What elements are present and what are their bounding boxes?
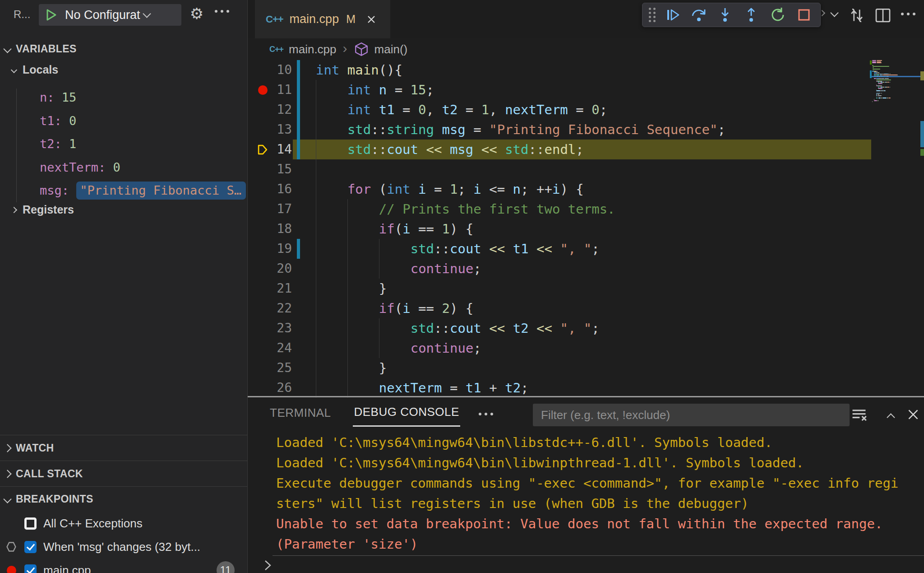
breadcrumb-symbol[interactable]: main() bbox=[374, 42, 408, 56]
code-token: = bbox=[387, 82, 410, 98]
maximize-panel-chevron-up-icon[interactable] bbox=[880, 407, 901, 428]
code-line[interactable]: 12int t1 = 0, t2 = 1, nextTerm = 0; bbox=[248, 100, 924, 120]
variable-row[interactable]: nextTerm: 0 bbox=[0, 156, 247, 179]
code-token: endl bbox=[544, 142, 576, 157]
gutter-space[interactable] bbox=[254, 358, 272, 378]
code-token: } bbox=[379, 360, 387, 376]
gutter-space[interactable] bbox=[254, 259, 272, 279]
gutter-space[interactable] bbox=[254, 120, 272, 140]
more-actions-icon[interactable] bbox=[213, 10, 231, 13]
gutter-space[interactable] bbox=[254, 338, 272, 358]
gutter-space[interactable] bbox=[254, 199, 272, 219]
code-token: i bbox=[402, 221, 410, 237]
panel-header: TERMINAL DEBUG CONSOLE bbox=[248, 398, 924, 430]
call-stack-section-header[interactable]: CALL STACK bbox=[0, 461, 247, 486]
code-line[interactable]: 10int main(){ bbox=[248, 60, 924, 80]
code-text: continue; bbox=[316, 259, 481, 279]
code-token bbox=[529, 321, 536, 336]
variable-row[interactable]: n: 15 bbox=[0, 86, 247, 109]
code-line[interactable]: 23std::cout << t2 << ", "; bbox=[248, 318, 924, 338]
console-filter-input[interactable] bbox=[533, 404, 850, 426]
gutter-space[interactable] bbox=[254, 100, 272, 120]
debug-console-input[interactable] bbox=[273, 555, 924, 573]
minimap-bar bbox=[888, 74, 889, 75]
tab-terminal[interactable]: TERMINAL bbox=[269, 402, 332, 426]
variable-row[interactable]: msg: "Printing Fibonacci S… bbox=[0, 179, 247, 202]
run-dropdown-chevron-down-icon[interactable] bbox=[832, 10, 837, 16]
code-token: << bbox=[489, 321, 505, 336]
code-token: ) { bbox=[450, 301, 473, 316]
breakpoint-row[interactable]: main.cpp11 bbox=[0, 559, 247, 573]
variables-section-header[interactable]: VARIABLES bbox=[0, 40, 247, 58]
gutter-space[interactable] bbox=[254, 219, 272, 239]
code-text: std::cout << t1 << ", "; bbox=[316, 239, 600, 259]
close-tab-icon[interactable] bbox=[365, 13, 378, 26]
code-line[interactable]: 22if(i == 2) { bbox=[248, 298, 924, 318]
tab-debug-console[interactable]: DEBUG CONSOLE bbox=[353, 401, 460, 427]
breakpoint-checkbox[interactable] bbox=[24, 517, 37, 530]
breakpoint-row[interactable]: When 'msg' changes (32 byt... bbox=[0, 535, 247, 559]
panel-more-tabs-icon[interactable] bbox=[477, 413, 495, 415]
gutter-space[interactable] bbox=[254, 318, 272, 338]
minimap-bar bbox=[873, 70, 874, 71]
registers-group-header[interactable]: Registers bbox=[0, 203, 74, 216]
gutter-space[interactable] bbox=[254, 378, 272, 398]
tab-main-cpp[interactable]: C++ main.cpp M bbox=[255, 0, 390, 38]
variable-row[interactable]: t1: 0 bbox=[0, 109, 247, 133]
code-line[interactable]: 19std::cout << t1 << ", "; bbox=[248, 239, 924, 259]
panel-resize-sash[interactable] bbox=[248, 396, 924, 397]
code-line[interactable]: 24continue; bbox=[248, 338, 924, 358]
code-line[interactable]: 14std::cout << msg << std::endl; bbox=[248, 140, 924, 159]
debug-config-dropdown[interactable]: No Configurat bbox=[39, 4, 181, 26]
chevron-right-icon bbox=[3, 444, 11, 452]
gutter-space[interactable] bbox=[254, 298, 272, 318]
code-line[interactable]: 18if(i == 1) { bbox=[248, 219, 924, 239]
clear-console-icon[interactable] bbox=[849, 404, 869, 425]
code-editor[interactable]: 10int main(){11int n = 15;12int t1 = 0, … bbox=[248, 60, 924, 398]
code-token: int bbox=[316, 62, 347, 78]
minimap-bar bbox=[872, 62, 876, 63]
split-editor-icon[interactable] bbox=[874, 6, 892, 24]
code-line[interactable]: 15 bbox=[248, 159, 924, 179]
gutter-space[interactable] bbox=[254, 179, 272, 199]
debug-settings-gear-icon[interactable]: ⚙ bbox=[187, 4, 207, 23]
gutter-space[interactable] bbox=[254, 159, 272, 179]
code-line[interactable]: 13std::string msg = "Printing Fibonacci … bbox=[248, 120, 924, 140]
step-into-button[interactable] bbox=[715, 5, 735, 25]
gutter-space[interactable] bbox=[254, 239, 272, 259]
code-token: << bbox=[536, 321, 552, 336]
toolbar-drag-grip[interactable] bbox=[649, 8, 656, 22]
code-line[interactable]: 17// Prints the first two terms. bbox=[248, 199, 924, 219]
breadcrumb-file[interactable]: main.cpp bbox=[289, 42, 337, 56]
open-changes-icon[interactable] bbox=[848, 6, 866, 24]
editor-more-actions-icon[interactable] bbox=[899, 13, 917, 15]
code-line[interactable]: 26nextTerm = t1 + t2; bbox=[248, 378, 924, 398]
breakpoint-row[interactable]: All C++ Exceptions bbox=[0, 512, 247, 535]
minimap-bar bbox=[888, 98, 890, 98]
breakpoint-checkbox[interactable] bbox=[24, 564, 37, 573]
step-over-button[interactable] bbox=[689, 5, 709, 25]
code-line[interactable]: 20continue; bbox=[248, 259, 924, 279]
close-panel-icon[interactable] bbox=[903, 404, 924, 425]
breakpoint-dot-icon[interactable] bbox=[254, 80, 272, 100]
start-debugging-icon[interactable] bbox=[43, 7, 59, 23]
minimap[interactable] bbox=[872, 60, 919, 114]
watch-section-header[interactable]: WATCH bbox=[0, 435, 247, 461]
code-line[interactable]: 11int n = 15; bbox=[248, 80, 924, 100]
code-line[interactable]: 21} bbox=[248, 279, 924, 298]
debug-current-line-arrow-icon[interactable] bbox=[254, 140, 272, 159]
breakpoints-section-header[interactable]: BREAKPOINTS bbox=[0, 486, 247, 512]
code-token bbox=[481, 241, 489, 256]
code-line[interactable]: 25} bbox=[248, 358, 924, 378]
restart-button[interactable] bbox=[768, 5, 788, 25]
code-line[interactable]: 16for (int i = 1; i <= n; ++i) { bbox=[248, 179, 924, 199]
stop-button[interactable] bbox=[794, 5, 814, 25]
variable-row[interactable]: t2: 1 bbox=[0, 132, 247, 156]
locals-group-header[interactable]: Locals bbox=[0, 63, 58, 76]
step-out-button[interactable] bbox=[741, 5, 761, 25]
breakpoint-checkbox[interactable] bbox=[24, 541, 37, 553]
gutter-space[interactable] bbox=[254, 60, 272, 80]
continue-button[interactable] bbox=[663, 5, 683, 25]
code-token: ; bbox=[521, 380, 528, 396]
gutter-space[interactable] bbox=[254, 279, 272, 298]
